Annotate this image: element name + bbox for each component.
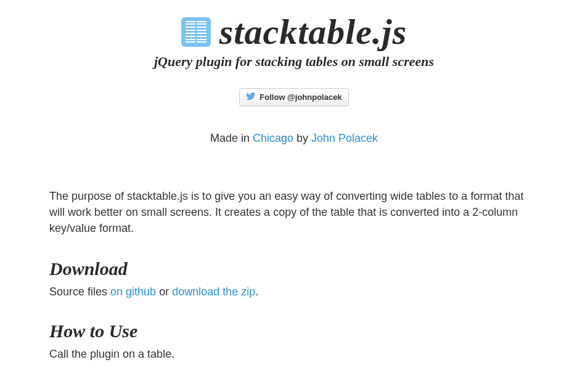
- header: stacktable.js jQuery plugin for stacking…: [49, 0, 539, 145]
- stacktable-logo-icon: [181, 17, 211, 47]
- howto-text: Call the plugin on a table.: [49, 348, 539, 361]
- chicago-link[interactable]: Chicago: [253, 132, 293, 144]
- madein-prefix: Made in: [210, 132, 253, 144]
- twitter-icon: [246, 91, 256, 103]
- howto-heading: How to Use: [49, 321, 539, 342]
- twitter-follow-label: Follow @johnpolacek: [259, 92, 341, 102]
- author-link[interactable]: John Polacek: [311, 132, 378, 144]
- download-text: Source files on github or download the z…: [49, 286, 539, 298]
- made-in-line: Made in Chicago by John Polacek: [49, 132, 539, 145]
- download-prefix: Source files: [49, 286, 110, 298]
- twitter-follow-button[interactable]: Follow @johnpolacek: [239, 88, 348, 106]
- download-suffix: .: [255, 286, 258, 298]
- github-link[interactable]: on github: [110, 286, 156, 298]
- main-content: The purpose of stacktable.js is to give …: [49, 188, 539, 361]
- madein-by: by: [293, 132, 311, 144]
- download-heading: Download: [49, 258, 539, 279]
- title-row: stacktable.js: [49, 11, 539, 52]
- page-title: stacktable.js: [219, 11, 407, 52]
- zip-link[interactable]: download the zip: [172, 286, 255, 298]
- download-or: or: [156, 286, 172, 298]
- page-subtitle: jQuery plugin for stacking tables on sma…: [49, 54, 539, 70]
- intro-paragraph: The purpose of stacktable.js is to give …: [49, 188, 539, 236]
